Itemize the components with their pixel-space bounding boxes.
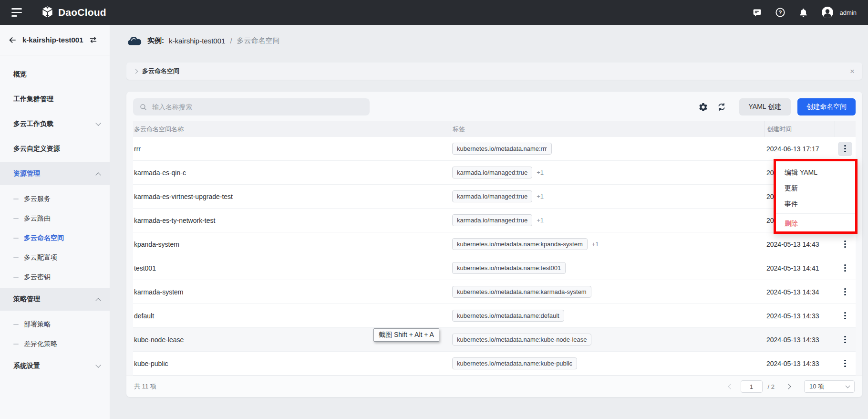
sidebar-item-policy-mgmt[interactable]: 策略管理 [0, 288, 110, 311]
user-avatar[interactable] [821, 6, 834, 19]
actions-cell [835, 285, 856, 299]
dash-icon [13, 277, 19, 278]
label-chip: karmada.io/managed:true [452, 167, 532, 178]
next-page-icon[interactable] [785, 384, 791, 389]
sidebar-item-label: 多云密钥 [24, 273, 51, 282]
label-chip: kubernetes.io/metadata.name:default [452, 310, 564, 322]
brand-logo[interactable]: DaoCloud [41, 5, 106, 20]
table-toolbar: YAML 创建 创建命名空间 [133, 98, 856, 115]
namespace-table-card: YAML 创建 创建命名空间 多云命名空间名称 标签 创建时间 rrrkuber… [126, 92, 862, 397]
sidebar-item-resource-mgmt[interactable]: 资源管理 [0, 162, 110, 185]
label-chip: karmada.io/managed:true [452, 190, 532, 202]
yaml-create-button[interactable]: YAML 创建 [739, 98, 791, 115]
context-menu-item-update[interactable]: 更新 [776, 180, 855, 196]
table-header: 多云命名空间名称 标签 创建时间 [133, 121, 856, 137]
sidebar-item-differentiation-policies[interactable]: 差异化策略 [0, 334, 110, 354]
row-actions-kebab-button[interactable] [838, 309, 852, 323]
screenshot-tooltip: 截图 Shift + Alt + A [373, 328, 439, 342]
search-box [133, 98, 370, 115]
breadcrumb-separator: / [230, 37, 232, 45]
hamburger-menu-icon[interactable] [11, 8, 23, 17]
sidebar-item-deploy-policies[interactable]: 部署策略 [0, 314, 110, 334]
label-more-count[interactable]: +1 [537, 217, 544, 224]
namespace-name: karmada-system [133, 288, 451, 296]
close-icon[interactable]: × [850, 67, 855, 75]
username-label[interactable]: admin [840, 9, 857, 16]
actions-cell [835, 356, 856, 371]
help-icon[interactable]: ? [775, 7, 785, 18]
labels-cell: karmada.io/managed:true+1 [451, 190, 764, 202]
side-nav: 概览工作集群管理多云工作负载多云自定义资源资源管理多云服务多云路由多云命名空间多… [0, 55, 110, 378]
table-footer: 共 11 项 / 2 10 项 [126, 376, 862, 397]
chevron-right-icon[interactable] [134, 69, 138, 73]
instance-prefix-label: 实例: [147, 36, 164, 45]
labels-cell: kubernetes.io/metadata.name:kpanda-syste… [451, 238, 764, 250]
row-actions-kebab-button[interactable] [838, 333, 852, 347]
namespace-name: kpanda-system [133, 241, 451, 248]
create-namespace-button[interactable]: 创建命名空间 [797, 98, 856, 115]
sidebar-item-multicloud-namespaces[interactable]: 多云命名空间 [0, 228, 110, 248]
labels-cell: kubernetes.io/metadata.name:kube-public [451, 357, 764, 369]
sidebar-item-multicloud-custom-resources[interactable]: 多云自定义资源 [0, 136, 110, 161]
back-arrow-icon[interactable] [8, 35, 17, 45]
table-row: kube-node-leasekubernetes.io/metadata.na… [133, 328, 856, 352]
labels-cell: kubernetes.io/metadata.name:kube-node-le… [451, 334, 764, 346]
gear-icon[interactable] [698, 102, 709, 112]
row-actions-kebab-button[interactable] [838, 142, 852, 156]
sidebar-item-multicloud-configmaps[interactable]: 多云配置项 [0, 248, 110, 267]
actions-cell [835, 237, 856, 251]
page-number-input[interactable] [741, 380, 763, 393]
page-size-value: 10 项 [809, 382, 824, 391]
row-actions-kebab-button[interactable] [838, 237, 852, 251]
created-time: 2024-05-13 14:34 [764, 288, 835, 296]
refresh-icon[interactable] [716, 102, 727, 112]
sidebar-item-label: 多云配置项 [24, 253, 57, 262]
daocloud-cube-icon [41, 5, 54, 20]
sidebar-item-multicloud-secrets[interactable]: 多云密钥 [0, 267, 110, 287]
namespace-name: default [133, 312, 451, 320]
column-header-labels[interactable]: 标签 [451, 121, 764, 137]
label-more-count[interactable]: +1 [592, 241, 599, 248]
sidebar-item-label: 多云命名空间 [24, 234, 64, 242]
sidebar-item-worker-cluster-mgmt[interactable]: 工作集群管理 [0, 87, 110, 112]
sidebar-item-label: 多云服务 [24, 195, 51, 203]
search-input[interactable] [151, 103, 363, 111]
namespace-name: test001 [133, 264, 451, 272]
column-header-created[interactable]: 创建时间 [764, 121, 835, 137]
instance-name[interactable]: k-kairship-test001 [22, 36, 83, 44]
column-header-actions [835, 121, 856, 137]
sidebar-item-label: 系统设置 [13, 362, 40, 370]
context-menu-item-delete[interactable]: 删除 [776, 216, 855, 231]
sidebar: k-kairship-test001 概览工作集群管理多云工作负载多云自定义资源… [0, 25, 110, 419]
sidebar-item-system-settings[interactable]: 系统设置 [0, 354, 110, 378]
sidebar-item-multicloud-services[interactable]: 多云服务 [0, 189, 110, 209]
context-menu-item-edit-yaml[interactable]: 编辑 YAML [776, 165, 855, 180]
sidebar-item-label: 部署策略 [24, 320, 51, 329]
notification-bell-icon[interactable] [798, 8, 808, 18]
sidebar-item-multicloud-routes[interactable]: 多云路由 [0, 209, 110, 228]
chat-icon[interactable] [752, 8, 762, 18]
context-menu-item-events[interactable]: 事件 [776, 196, 855, 212]
label-more-count[interactable]: +1 [537, 193, 544, 200]
row-actions-kebab-button[interactable] [838, 285, 852, 299]
breadcrumb-page-name: 多云命名空间 [237, 36, 280, 45]
actions-cell [835, 309, 856, 323]
switch-instance-icon[interactable] [89, 35, 98, 44]
sidebar-item-overview[interactable]: 概览 [0, 62, 110, 87]
row-actions-kebab-button[interactable] [838, 356, 852, 371]
label-chip: kubernetes.io/metadata.name:kpanda-syste… [452, 238, 588, 250]
table-row: test001kubernetes.io/metadata.name:test0… [133, 256, 856, 280]
previous-page-icon[interactable] [728, 384, 733, 389]
created-time: 2024-05-13 14:43 [764, 241, 835, 248]
sidebar-item-multicloud-workloads[interactable]: 多云工作负载 [0, 112, 110, 136]
column-header-name[interactable]: 多云命名空间名称 [133, 121, 451, 137]
sidebar-item-label: 资源管理 [13, 169, 40, 178]
collapsible-banner: 多云命名空间 × [126, 63, 862, 80]
row-actions-kebab-button[interactable] [838, 261, 852, 275]
page-size-select[interactable]: 10 项 [804, 380, 855, 393]
context-menu: 编辑 YAML更新事件删除 [776, 161, 855, 231]
table-row: karmada-es-ty-network-testkarmada.io/man… [133, 209, 856, 232]
breadcrumb-instance-name[interactable]: k-kairship-test001 [169, 37, 225, 45]
label-more-count[interactable]: +1 [537, 169, 544, 176]
actions-cell [835, 333, 856, 347]
